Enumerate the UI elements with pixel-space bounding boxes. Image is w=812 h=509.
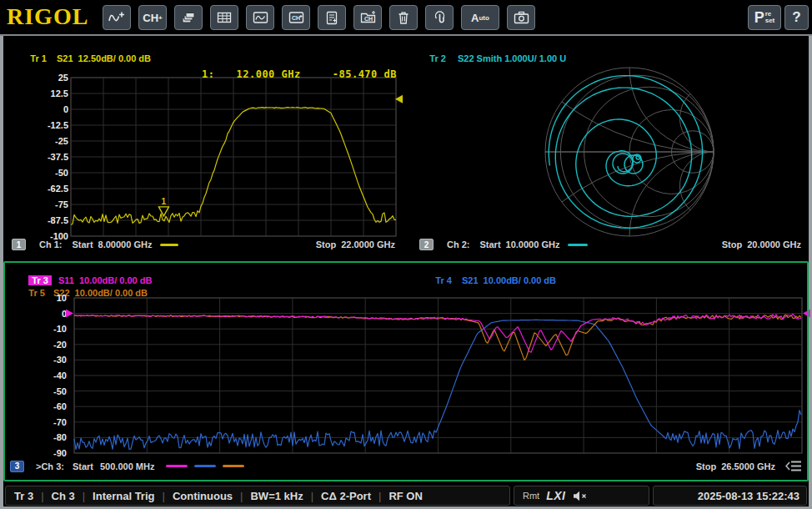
preset-label-main: P [754,9,764,27]
ch1-trace-meas: S21 12.50dB/ 0.00 dB [57,53,151,63]
lxi-logo: LXI [546,489,565,502]
auto-scale-button[interactable]: Auto [461,5,499,30]
file-channel-button[interactable]: CH [353,5,382,30]
ch3-tr4-meas: S21 10.00dB/ 0.00 dB [462,275,556,285]
table-button[interactable] [210,5,238,30]
statusbar-left: Tr 3|Ch 3|Internal Trig|Continuous|BW=1 … [5,486,510,506]
statusbar-item: Internal Trig [93,490,154,502]
toolbar: RIGOL CH+CHCHAuto P reset ? [0,0,812,34]
grid [74,298,802,453]
ch3-tr4-color-dash [194,465,216,467]
ch2-smith-chart [542,64,719,239]
ch1-marker-readout: 1: 12.000 GHz -85.470 dB [170,68,397,80]
menu-collapse-icon[interactable] [785,460,802,472]
ch1-badge[interactable]: 1 [12,239,26,250]
meas-list-icon [325,11,338,25]
ch1-trace-name: Tr 1 [30,53,47,63]
panel-ch1[interactable]: Tr 1S21 12.50dB/ 0.00 dB 2512.50-12.5-25… [3,37,406,252]
vna-screen: RIGOL CH+CHCHAuto P reset ? Tr 1S21 12.5… [0,0,812,509]
svg-text:CH: CH [292,15,300,21]
ch3-start-label: Start [73,461,93,471]
y-tick: -12.5 [25,120,68,130]
touch-icon [433,11,447,25]
ch3-channel-label: >Ch 3: [36,461,64,471]
ch2-badge[interactable]: 2 [419,239,434,250]
ch3-tr5-color-dash [223,465,244,467]
statusbar-separator: | [83,490,85,502]
trace-add-button[interactable] [103,5,131,30]
statusbar-item: Ch 3 [52,490,75,502]
statusbar-item: Continuous [173,490,233,502]
channel-add-button-label: CH [143,12,158,24]
y-tick: -62.5 [25,184,68,194]
grid [71,78,396,236]
ch2-stop-label: Stop [722,239,742,249]
marker-freq: 12.000 GHz [237,68,301,80]
ch2-start-value: 10.0000 GHz [506,239,560,249]
y-tick: -30 [23,355,67,365]
window-trace-button[interactable] [246,5,274,30]
preset-label-stack: reset [765,11,775,24]
y-tick: 10 [23,293,67,303]
y-tick: -25 [25,136,68,146]
y-tick: -10 [23,324,67,334]
marker-index: 1: [202,68,214,80]
trace-add-icon [108,11,125,25]
toolbar-separator [0,34,812,36]
datetime: 2025-08-13 15:22:43 [698,490,799,502]
speaker-muted-icon[interactable] [573,491,587,501]
ch3-footer: 3 >Ch 3: Start 500.000 MHz Stop 26.5000 … [10,460,802,472]
ch3-stop-label: Stop [696,461,716,471]
ch1-start-value: 8.00000 GHz [98,239,153,249]
delete-button[interactable] [389,5,418,30]
layout-button[interactable] [174,5,203,30]
ch3-plot [64,293,812,470]
window-channel-icon: CH [288,11,304,24]
y-tick: -50 [25,168,68,178]
panel-ch3[interactable]: Tr 3S11 10.00dB/ 0.00 dB Tr 5S22 10.00dB… [3,261,809,481]
ch2-trace-meas: S22 Smith 1.000U/ 1.00 U [458,53,566,63]
ch1-channel-label: Ch 1: [39,239,63,249]
ch1-trace-color-dash [160,244,178,246]
y-tick: -20 [23,340,67,350]
statusbar-system: Rmt LXI [514,486,649,506]
smith-grid [545,68,714,236]
ch3-ref-marker-left [66,310,73,318]
y-tick: -90 [23,448,67,458]
ch3-badge[interactable]: 3 [10,461,24,472]
channel-add-button[interactable]: CH+ [138,5,167,30]
y-tick: -60 [23,401,67,411]
panel-ch2[interactable]: Tr 2S22 Smith 1.000U/ 1.00 U 2 Ch 2: Sta… [406,37,809,252]
ch2-trace-color-dash [568,244,588,246]
ch1-plot: 1 [68,73,403,254]
statusbar-separator: | [41,490,43,502]
ch3-stop-value: 26.5000 GHz [721,461,775,471]
meas-list-button[interactable] [318,5,346,30]
statusbar-separator: | [162,490,164,502]
help-icon: ? [792,9,800,26]
ch2-footer: 2 Ch 2: Start 10.0000 GHz Stop 20.0000 G… [419,239,801,250]
help-button[interactable]: ? [784,5,809,30]
y-tick: -50 [23,386,67,396]
auto-scale-button-label: A [471,12,479,24]
rigol-logo: RIGOL [7,3,88,30]
y-tick: -87.5 [25,215,68,225]
ch3-y-axis: 100-10-20-30-40-50-60-70-80-90 [23,298,67,465]
screenshot-icon [514,11,529,24]
y-tick: -40 [23,370,67,380]
remote-indicator: Rmt [523,491,539,501]
ch1-start-label: Start [73,239,93,249]
preset-button[interactable]: P reset [748,5,781,30]
marker-value: -85.470 dB [333,68,397,80]
ch2-trace-name: Tr 2 [429,53,446,63]
ch3-tr4-header: Tr 4S21 10.00dB/ 0.00 dB [420,265,556,295]
statusbar-item: BW=1 kHz [250,490,303,502]
ch3-tr3-color-dash [166,465,188,467]
window-channel-button[interactable]: CH [282,5,310,30]
y-tick: -37.5 [25,152,68,162]
y-tick: 25 [25,73,68,83]
y-tick: 12.5 [25,88,68,98]
statusbar-separator: | [240,490,243,502]
touch-button[interactable] [425,5,454,30]
screenshot-button[interactable] [507,5,535,30]
